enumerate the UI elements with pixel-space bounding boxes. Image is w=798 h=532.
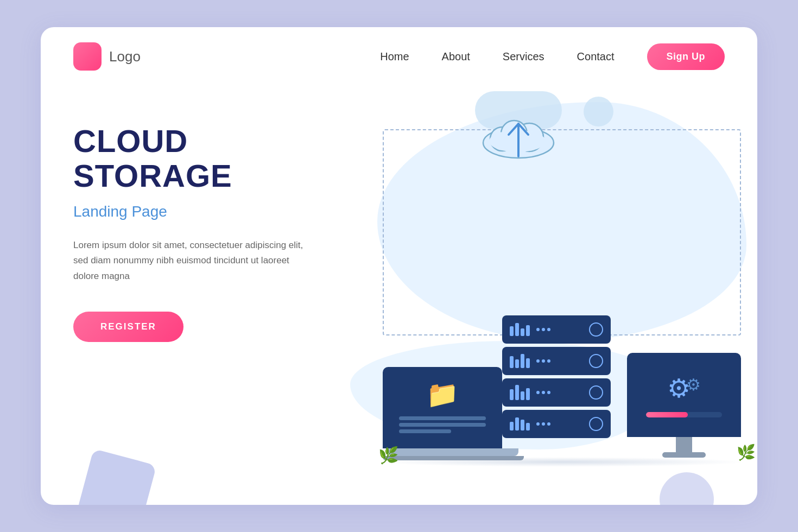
server-indicator-4 [589,417,603,431]
laptop-content-lines [399,416,486,436]
plant-right-icon: 🌿 [737,444,756,461]
server-dots-4 [536,422,550,426]
server-bars-2 [510,354,530,368]
hero-subtitle: Landing Page [73,203,334,220]
logo-icon [73,42,102,71]
laptop-base [388,448,518,456]
server-bars-1 [510,323,530,336]
gear-group: ⚙ ⚙ [667,373,701,403]
folder-icon: 📁 [426,379,459,410]
server-unit-1 [502,315,611,344]
laptop-line-3 [399,429,451,433]
blob-circle [584,97,613,126]
dashed-connection-box [383,129,741,335]
monitor-device: ⚙ ⚙ [627,353,741,458]
hero-section: CLOUD STORAGE Landing Page Lorem ipsum d… [41,86,757,504]
laptop-line-2 [399,423,486,427]
signup-button[interactable]: Sign Up [647,43,725,70]
monitor-screen: ⚙ ⚙ [627,353,741,437]
laptop-bottom [383,456,524,460]
progress-bar-background [646,412,722,417]
nav-about[interactable]: About [442,50,470,63]
monitor-base [662,452,706,458]
logo-text: Logo [109,48,141,65]
hero-description: Lorem ipsum dolor sit amet, consectetuer… [73,238,312,285]
nav-contact[interactable]: Contact [577,50,615,63]
hero-left: CLOUD STORAGE Landing Page Lorem ipsum d… [73,97,334,504]
server-dots-3 [536,391,550,394]
plant-left-icon: 🌿 [378,446,398,465]
server-dots-1 [536,328,550,331]
nav-home[interactable]: Home [380,50,409,63]
hero-title: CLOUD STORAGE [73,124,334,193]
progress-bar-fill [646,412,688,417]
server-indicator-1 [589,322,603,337]
server-indicator-3 [589,385,603,400]
nav-services[interactable]: Services [503,50,544,63]
monitor-stand [676,437,692,452]
laptop-device: 📁 [383,367,524,460]
laptop-line-1 [399,416,486,420]
register-button[interactable]: REGISTER [73,312,183,342]
landing-page-card: Logo Home About Services Contact Sign Up… [41,27,757,505]
server-dots-2 [536,359,550,363]
laptop-screen: 📁 [383,367,502,448]
hero-illustration: 📁 🌿 ⚙ ⚙ [334,97,725,504]
navbar: Logo Home About Services Contact Sign Up [41,27,757,86]
server-indicator-2 [589,354,603,368]
gear-small-icon: ⚙ [686,375,701,394]
cloud-upload-icon [475,107,562,164]
nav-links: Home About Services Contact [380,50,614,63]
logo-area: Logo [73,42,141,71]
